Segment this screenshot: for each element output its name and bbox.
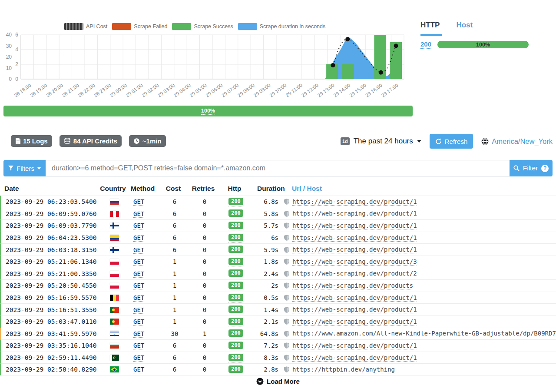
http-status-badge[interactable]: 200 <box>228 293 243 302</box>
legend-item-api-cost[interactable]: API Cost <box>64 23 107 30</box>
x-axis-label: 29 13:00 <box>317 83 335 98</box>
log-url-link[interactable]: https://web-scraping.dev/product/1 <box>292 294 417 302</box>
http-cell: 200 <box>222 305 250 314</box>
country-cell <box>99 271 129 277</box>
log-url-link[interactable]: https://web-scraping.dev/product/1 <box>292 222 417 229</box>
column-header-date[interactable]: Date <box>0 185 98 193</box>
log-url-link[interactable]: https://web-scraping.dev/product/1 <box>292 210 417 217</box>
column-header-country[interactable]: Country <box>98 185 128 193</box>
country-flag-icon <box>110 307 119 313</box>
http-status-badge[interactable]: 200 <box>228 281 243 290</box>
table-row[interactable]: 2023-09-29 06:04:23.5300 GET 6 0 200 6s … <box>0 232 556 244</box>
method-value[interactable]: GET <box>133 330 144 338</box>
table-row[interactable]: 2023-09-29 05:16:59.5570 GET 1 0 200 0.5… <box>0 292 556 304</box>
http-status-badge[interactable]: 200 <box>228 305 243 314</box>
retries-value: 0 <box>187 222 222 229</box>
table-row[interactable]: 2023-09-29 05:21:00.3350 GET 1 0 200 2.4… <box>0 268 556 280</box>
method-value[interactable]: GET <box>133 210 144 218</box>
log-url-link[interactable]: https://web-scraping.dev/product/1 <box>292 354 417 362</box>
log-url-link[interactable]: https://web-scraping.dev/products <box>292 282 413 289</box>
method-value[interactable]: GET <box>133 222 144 229</box>
column-header-retries[interactable]: Retries <box>186 185 221 193</box>
log-url-link[interactable]: https://web-scraping.dev/product/1 <box>292 234 417 242</box>
column-header-cost[interactable]: Cost <box>161 185 186 193</box>
tab-http[interactable]: HTTP <box>420 21 440 30</box>
http-cell: 200 <box>222 197 250 206</box>
method-value[interactable]: GET <box>133 306 144 314</box>
filter-query-input[interactable] <box>46 160 510 176</box>
http-status-badge[interactable]: 200 <box>228 221 243 230</box>
method-value[interactable]: GET <box>133 198 144 206</box>
method-value[interactable]: GET <box>133 246 144 254</box>
shield-icon <box>284 295 289 301</box>
http-status-badge[interactable]: 200 <box>228 353 243 362</box>
column-header-url-host[interactable]: Url / Host <box>280 185 556 193</box>
table-row[interactable]: 2023-09-29 03:35:16.1040 GET 6 0 200 7.2… <box>0 339 556 352</box>
method-value[interactable]: GET <box>133 282 144 289</box>
table-row[interactable]: 2023-09-29 03:41:59.5970 GET 30 1 200 64… <box>0 328 556 340</box>
method-value[interactable]: GET <box>133 294 144 302</box>
log-url-link[interactable]: https://web-scraping.dev/product/1 <box>292 342 417 349</box>
http-status-badge[interactable]: 200 <box>228 269 243 278</box>
refresh-button[interactable]: Refresh <box>430 134 473 149</box>
country-cell <box>99 319 129 325</box>
overall-success-percent[interactable]: 100% <box>201 108 215 115</box>
tab-host[interactable]: Host <box>456 21 473 30</box>
filters-dropdown-button[interactable]: Filters <box>3 160 46 176</box>
search-icon <box>513 165 520 171</box>
method-value[interactable]: GET <box>133 354 144 362</box>
log-url-link[interactable]: https://web-scraping.dev/product/2 <box>292 270 417 277</box>
method-value[interactable]: GET <box>133 318 144 326</box>
http-status-badge[interactable]: 200 <box>228 257 243 266</box>
http-status-badge[interactable]: 200 <box>228 209 243 218</box>
legend-item-scrape-duration[interactable]: Scrape duration in seconds <box>238 23 325 30</box>
method-value[interactable]: GET <box>133 366 144 373</box>
shield-icon <box>284 211 289 217</box>
column-header-duration[interactable]: Duration <box>248 185 280 193</box>
table-row[interactable]: 2023-09-29 02:59:11.4490 GET 6 0 200 8.3… <box>0 352 556 364</box>
http-status-badge[interactable]: 200 <box>228 197 243 206</box>
log-url-link[interactable]: https://web-scraping.dev/product/1 <box>292 198 417 206</box>
log-url-link[interactable]: https://web-scraping.dev/product/3 <box>292 258 417 266</box>
help-icon[interactable]: ? <box>541 165 549 172</box>
table-row[interactable]: 2023-09-29 05:16:51.3550 GET 1 0 200 1.4… <box>0 303 556 316</box>
http-status-badge[interactable]: 200 <box>228 329 243 338</box>
table-row[interactable]: 2023-09-29 05:20:50.4550 GET 1 0 200 2s … <box>0 279 556 292</box>
log-url-link[interactable]: https://web-scraping.dev/product/1 <box>292 306 417 313</box>
legend-item-scrape-success[interactable]: Scrape Success <box>172 23 233 30</box>
table-row[interactable]: 2023-09-29 06:09:03.7790 GET 6 0 200 5.7… <box>0 219 556 232</box>
column-header-method[interactable]: Method <box>128 185 161 193</box>
http-status-badge[interactable]: 200 <box>228 317 243 326</box>
table-row[interactable]: 2023-09-29 02:58:40.8290 GET 6 0 200 2.8… <box>0 363 556 375</box>
x-axis-label: 29 01:00 <box>125 83 144 98</box>
log-url-link[interactable]: https://www.amazon.com/All-new-Kindle-Pa… <box>292 330 556 337</box>
load-more-button[interactable]: Load More <box>0 378 556 385</box>
left-axis-tick: 40 <box>6 32 12 38</box>
table-row[interactable]: 2023-09-29 05:03:47.0110 GET 1 0 200 2.1… <box>0 316 556 328</box>
http-status-badge[interactable]: 200 <box>228 341 243 350</box>
method-value[interactable]: GET <box>133 342 144 349</box>
method-value[interactable]: GET <box>133 258 144 266</box>
http-status-badge[interactable]: 200 <box>228 245 243 254</box>
table-row[interactable]: 2023-09-29 05:21:06.1340 GET 1 0 200 1.8… <box>0 256 556 268</box>
log-url-link[interactable]: https://httpbin.dev/anything <box>292 366 395 373</box>
method-value[interactable]: GET <box>133 234 144 242</box>
table-row[interactable]: 2023-09-29 06:09:59.0760 GET 6 0 200 5.8… <box>0 208 556 220</box>
apply-filter-button[interactable]: Filter ? <box>510 160 553 176</box>
x-axis-label: 28 22:00 <box>77 83 96 98</box>
log-url-link[interactable]: https://web-scraping.dev/product/1 <box>292 246 417 253</box>
log-url-link[interactable]: https://web-scraping.dev/product/1 <box>292 318 417 326</box>
x-axis-label: 28 20:00 <box>45 83 64 98</box>
timezone-link[interactable]: America/New_York <box>492 137 553 146</box>
country-flag-icon <box>110 319 119 325</box>
legend-item-scrape-failed[interactable]: Scrape Failed <box>112 23 167 30</box>
http-status-badge[interactable]: 200 <box>228 365 243 374</box>
time-range-selector[interactable]: 1d The past 24 hours <box>341 137 421 146</box>
column-header-http[interactable]: Http <box>221 185 248 193</box>
method-value[interactable]: GET <box>133 270 144 278</box>
http-200-link[interactable]: 200 <box>420 40 431 49</box>
cost-value: 6 <box>162 354 187 361</box>
http-status-badge[interactable]: 200 <box>228 233 243 243</box>
table-row[interactable]: 2023-09-29 06:23:03.5400 GET 6 0 200 6.8… <box>0 196 556 208</box>
table-row[interactable]: 2023-09-29 06:03:18.3150 GET 6 0 200 5.9… <box>0 243 556 256</box>
